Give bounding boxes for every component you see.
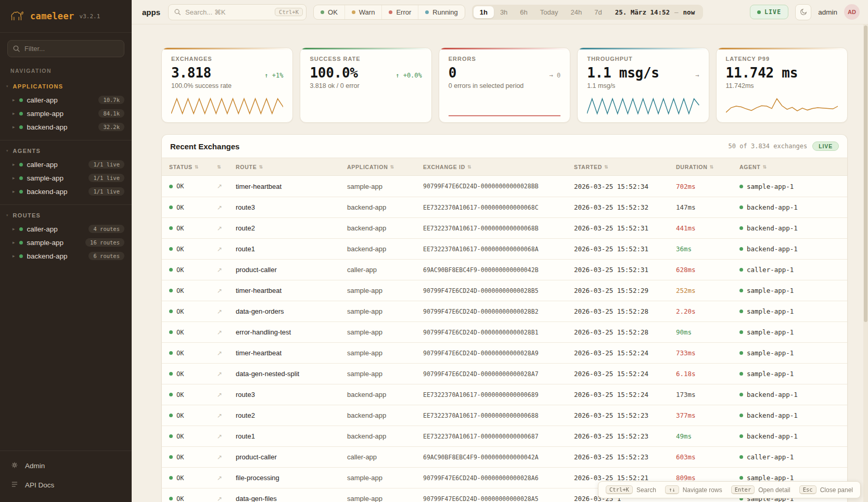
table-row[interactable]: OK↗data-gen-nested-splitsample-app90799F…	[162, 363, 847, 384]
table-row[interactable]: OK↗timer-heartbeatsample-app90799F47E6CD…	[162, 280, 847, 301]
time-range-today[interactable]: Today	[534, 6, 565, 18]
search-input[interactable]	[185, 8, 271, 16]
external-link-icon[interactable]: ↗	[217, 412, 222, 419]
started-cell: 2026-03-25 15:52:23	[574, 411, 676, 419]
external-link-icon[interactable]: ↗	[217, 329, 222, 336]
sidebar-item-applications-caller-app[interactable]: ▸caller-app10.7k	[0, 93, 132, 107]
duration-cell: 603ms	[676, 453, 739, 461]
stat-value: 100.0%	[310, 65, 358, 81]
external-link-icon[interactable]: ↗	[217, 350, 222, 357]
route-cell: data-gen-orders	[236, 307, 347, 315]
section-label: APPLICATIONS	[13, 83, 63, 89]
section-header-applications[interactable]: ▾APPLICATIONS	[0, 80, 132, 93]
theme-toggle-button[interactable]	[795, 4, 811, 20]
route-cell: route1	[236, 245, 347, 253]
table-row[interactable]: OK↗data-gen-orderssample-app90799F47E6CD…	[162, 301, 847, 321]
sidebar-item-routes-backend-app[interactable]: ▸backend-app6 routes	[0, 249, 132, 263]
status-filter-ok[interactable]: OK	[314, 5, 344, 19]
hint-open-detail: EnterOpen detail	[731, 485, 790, 494]
table-row[interactable]: OK↗route2backend-appEE7322370A10617-0000…	[162, 217, 847, 238]
external-link-icon[interactable]: ↗	[217, 495, 222, 502]
agent-label: backend-app-1	[747, 391, 798, 398]
table-row[interactable]: OK↗timer-heartbeatsample-app90799F47E6CD…	[162, 176, 847, 197]
time-range-3h[interactable]: 3h	[494, 6, 514, 18]
route-cell: route3	[236, 203, 347, 211]
column-header-duration[interactable]: DURATION⇅	[676, 164, 739, 170]
status-label: OK	[176, 287, 184, 294]
external-link-icon[interactable]: ↗	[217, 287, 222, 294]
external-link-icon[interactable]: ↗	[217, 370, 222, 378]
ok-status-dot-icon	[169, 205, 173, 209]
duration-cell: 702ms	[676, 183, 739, 190]
sidebar-item-admin[interactable]: Admin	[0, 456, 132, 475]
duration-cell: 809ms	[676, 474, 739, 482]
sidebar-item-applications-backend-app[interactable]: ▸backend-app32.2k	[0, 120, 132, 134]
stat-card-latency-p99: LATENCY P9911.742 ms11.742ms	[716, 47, 848, 123]
column-header-exchange-id[interactable]: EXCHANGE ID⇅	[423, 164, 574, 170]
search-box[interactable]: Ctrl+K	[168, 4, 307, 20]
sort-icon: ⇅	[390, 164, 394, 170]
sidebar-item-routes-caller-app[interactable]: ▸caller-app4 routes	[0, 222, 132, 236]
external-link-icon[interactable]: ↗	[217, 204, 222, 211]
table-head: Recent Exchanges 50 of 3.834 exchanges L…	[162, 135, 847, 158]
section-header-routes[interactable]: ▾ROUTES	[0, 209, 132, 222]
external-link-icon[interactable]: ↗	[217, 308, 222, 315]
status-filter-running[interactable]: Running	[418, 5, 464, 19]
time-range-6h[interactable]: 6h	[514, 6, 533, 18]
column-header-route[interactable]: ROUTE⇅	[236, 164, 347, 170]
sidebar-item-agents-sample-app[interactable]: ▸sample-app1/1 live	[0, 171, 132, 185]
column-header-application[interactable]: APPLICATION⇅	[347, 164, 423, 170]
column-header-expand[interactable]: ⇅	[217, 164, 236, 170]
external-link-icon[interactable]: ↗	[217, 391, 222, 398]
table-row[interactable]: OK↗error-handling-testsample-app90799F47…	[162, 321, 847, 342]
table-row[interactable]: OK↗route1backend-appEE7322370A10617-0000…	[162, 238, 847, 259]
column-header-started[interactable]: STARTED⇅	[574, 164, 676, 170]
filter-input[interactable]	[7, 40, 124, 57]
section-header-agents[interactable]: ▾AGENTS	[0, 145, 132, 158]
live-toggle-button[interactable]: LIVE	[750, 5, 788, 19]
status-cell: OK	[169, 308, 217, 315]
table-row[interactable]: OK↗route1backend-appEE7322370A10617-0000…	[162, 426, 847, 446]
sidebar-item-agents-backend-app[interactable]: ▸backend-app1/1 live	[0, 185, 132, 198]
external-link-icon[interactable]: ↗	[217, 225, 222, 232]
api-docs-icon	[10, 480, 19, 490]
column-header-status[interactable]: STATUS⇅	[169, 164, 217, 170]
status-filter-warn[interactable]: Warn	[344, 5, 382, 19]
started-cell: 2026-03-25 15:52:24	[574, 370, 676, 378]
external-link-icon[interactable]: ↗	[217, 433, 222, 440]
table-row[interactable]: OK↗product-callercaller-app69AC90BF8EBC4…	[162, 446, 847, 467]
item-count-badge: 1/1 live	[88, 187, 124, 196]
sidebar-item-agents-caller-app[interactable]: ▸caller-app1/1 live	[0, 158, 132, 171]
column-header-agent[interactable]: AGENT⇅	[739, 164, 840, 170]
scrollbar-thumb[interactable]	[864, 25, 867, 322]
time-range-7d[interactable]: 7d	[588, 6, 608, 18]
stat-subtitle: 0 errors in selected period	[449, 82, 560, 89]
external-link-icon[interactable]: ↗	[217, 454, 222, 461]
scrollbar[interactable]	[863, 24, 868, 502]
agent-label: sample-app-1	[747, 183, 794, 190]
external-link-icon[interactable]: ↗	[217, 474, 222, 482]
avatar[interactable]: AD	[844, 4, 860, 20]
status-dot-icon	[19, 125, 23, 129]
filter-label: Error	[396, 8, 411, 16]
duration-cell: 6.18s	[676, 370, 739, 378]
table-row[interactable]: OK↗route3backend-appEE7322370A10617-0000…	[162, 197, 847, 217]
exchange-id-cell: 90799F47E6CD24D-00000000000028A6	[423, 474, 574, 482]
time-range-1h[interactable]: 1h	[474, 6, 494, 18]
ok-status-dot-icon	[169, 330, 173, 334]
sidebar-item-api-docs[interactable]: API Docs	[0, 475, 132, 495]
external-link-icon[interactable]: ↗	[217, 183, 222, 190]
status-label: OK	[176, 454, 184, 461]
sidebar-item-applications-sample-app[interactable]: ▸sample-app84.1k	[0, 107, 132, 120]
table-row[interactable]: OK↗product-callercaller-app69AC90BF8EBC4…	[162, 259, 847, 280]
external-link-icon[interactable]: ↗	[217, 266, 222, 274]
agent-label: backend-app-1	[747, 245, 798, 253]
column-label: STARTED	[574, 164, 602, 170]
time-range-24h[interactable]: 24h	[565, 6, 589, 18]
external-link-icon[interactable]: ↗	[217, 246, 222, 253]
table-row[interactable]: OK↗route2backend-appEE7322370A10617-0000…	[162, 405, 847, 426]
status-filter-error[interactable]: Error	[381, 5, 418, 19]
table-row[interactable]: OK↗route3backend-appEE7322370A10617-0000…	[162, 384, 847, 405]
sidebar-item-routes-sample-app[interactable]: ▸sample-app16 routes	[0, 236, 132, 249]
table-row[interactable]: OK↗timer-heartbeatsample-app90799F47E6CD…	[162, 342, 847, 363]
